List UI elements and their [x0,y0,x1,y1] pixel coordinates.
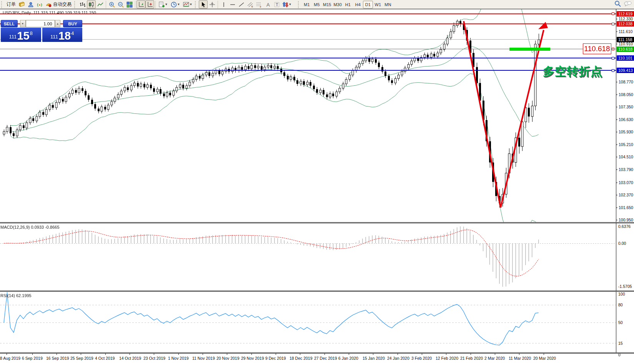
macd-axis-max: 0.6376 [618,224,631,229]
text-label-button[interactable]: T [272,0,281,8]
indicator-window-button[interactable] [136,0,145,8]
line-chart-icon [97,2,103,8]
accounts-button[interactable] [26,0,35,8]
volume-decrease-stepper[interactable]: ▼ [20,20,26,27]
volume-input[interactable] [26,20,55,27]
level-line-111.158[interactable] [0,39,616,40]
tile-windows-button[interactable] [125,0,134,8]
indicator-list-icon [147,2,153,8]
chat-icon[interactable] [624,1,632,7]
accounts-icon [28,2,34,8]
panel-separator[interactable] [0,222,634,223]
indicator-list-button[interactable] [145,0,154,8]
text-button[interactable]: A [263,0,272,8]
timeframe-M30[interactable]: M30 [332,1,343,8]
chevron-down-icon: ▼ [190,3,193,6]
order-label[interactable]: 订单 [5,1,17,8]
buy-price-panel[interactable]: 111 18 4 [42,28,83,42]
text-icon: A [265,2,271,8]
timeframe-D1[interactable]: D1 [363,1,373,8]
timeframe-toolbar: M1M5M15M30H1H4D1W1MN [302,1,393,8]
timeframe-H1[interactable]: H1 [343,1,353,8]
rsi-axis-15: 15 [618,341,623,346]
level-line-112.619[interactable] [0,13,616,14]
fibonacci-button[interactable]: F [255,0,263,8]
price-tick-mark [616,19,617,19]
buy-button[interactable]: BUY [63,20,82,27]
sell-price-panel[interactable]: 111 15 8 [1,28,41,42]
level-line-110.101[interactable] [0,58,616,58]
vertical-line-button[interactable] [219,0,228,8]
timeframe-M5[interactable]: M5 [312,1,322,8]
panel-separator[interactable] [0,291,634,292]
price-annotation-box[interactable]: 110.618 [583,43,611,54]
line-anchor-marker[interactable] [612,57,614,60]
turning-point-annotation[interactable]: 多空转折点 [543,64,602,80]
line-anchor-marker[interactable] [612,23,614,25]
price-tick-mark [616,208,617,208]
level-line-109.413[interactable] [0,70,616,71]
date-axis[interactable]: 8 Aug 20196 Sep 201916 Sep 201925 Sep 20… [0,353,634,364]
candlestick-chart-button[interactable] [87,0,96,8]
line-chart-button[interactable] [96,0,105,8]
toolbar-grip[interactable] [298,1,301,8]
svg-text:T: T [276,2,278,7]
history-book-button[interactable] [17,0,26,8]
zoom-out-button[interactable] [116,0,125,8]
date-label: 11 Nov 2019 [192,356,215,361]
line-anchor-marker[interactable] [612,12,614,15]
date-label: 8 Aug 2019 [0,356,20,361]
date-label: 4 Oct 2019 [95,356,115,361]
toolbar-grip[interactable] [1,1,4,8]
timeframe-M1[interactable]: M1 [302,1,312,8]
zoom-in-icon [109,2,115,8]
timeframe-W1[interactable]: W1 [373,1,383,8]
toolbar-grip[interactable] [195,1,198,8]
timeframe-MN[interactable]: MN [383,1,393,8]
price-tick-label: 101.650 [619,205,633,210]
price-tag-109.413: 109.413 [617,68,634,73]
one-click-trading-widget: SELL ▼ ▲ BUY 111 15 8 111 18 4 [1,20,82,42]
horizontal-line-button[interactable] [228,0,237,8]
rsi-axis-80: 80 [618,303,623,307]
crosshair-button[interactable] [208,0,216,8]
date-label: 18 Dec 2019 [290,356,313,361]
level-line-112.038[interactable] [0,23,616,24]
price-chart-surface[interactable] [0,9,616,222]
rsi-panel-surface[interactable] [0,292,616,352]
signals-button[interactable] [35,0,44,8]
bar-chart-button[interactable] [78,0,87,8]
date-label: 3 Feb 2020 [411,356,432,361]
cursor-button[interactable] [199,0,208,8]
new-chart-button[interactable]: ▼ [157,0,169,8]
channel-button[interactable]: E [246,0,255,8]
candlestick-chart-icon [88,2,95,8]
volume-increase-stepper[interactable]: ▲ [55,20,61,27]
trendline-icon [238,2,245,8]
zoom-in-button[interactable] [107,0,116,8]
price-tick-label: 103.790 [619,167,633,172]
date-label: 20 Mar 2020 [533,356,556,361]
toolbar-grip[interactable] [74,1,77,8]
date-label: 27 Dec 2019 [314,356,337,361]
sell-button[interactable]: SELL [1,20,18,27]
shapes-button[interactable]: ▼ [281,0,293,8]
templates-button[interactable]: ▼ [181,0,194,8]
timeframe-H4[interactable]: H4 [353,1,363,8]
line-anchor-marker[interactable] [612,69,614,72]
rsi-axis-50: 50 [618,320,623,325]
timeframe-M15[interactable]: M15 [322,1,332,8]
thick-green-level-bar[interactable] [509,48,550,51]
rsi-axis-0: 0 [618,352,621,357]
period-clock-button[interactable]: ▼ [169,0,181,8]
macd-panel-surface[interactable] [0,223,616,291]
fibonacci-icon: F [256,2,262,8]
sell-price-pips: 15 [17,31,29,41]
price-tick-label: 102.370 [619,193,633,197]
autotrading-button[interactable]: 自动交易 [44,1,73,8]
price-tag-110.618: 110.618 [617,47,634,52]
search-icon[interactable] [614,0,621,7]
trendline-button[interactable] [237,0,246,8]
shapes-icon [282,2,288,8]
price-axis[interactable]: 112.330111.610110.910108.770108.050107.3… [616,9,634,353]
